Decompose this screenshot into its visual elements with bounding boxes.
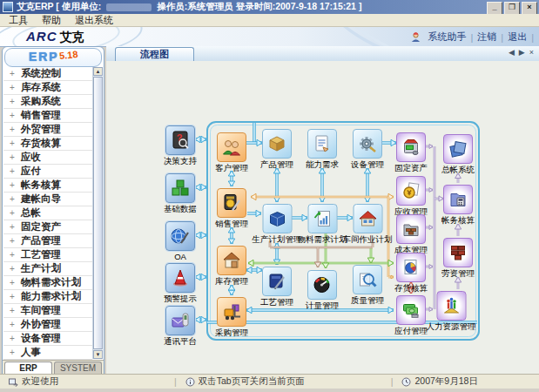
- banner-links: 系统助手|注销|退出|: [410, 30, 534, 44]
- sidebar-item-label: 能力需求计划: [21, 290, 81, 303]
- flow-node-通讯平台[interactable]: 通讯平台: [164, 306, 197, 348]
- globe-icon: [170, 226, 191, 247]
- expand-plus-icon[interactable]: +: [3, 278, 21, 287]
- flow-node-物料需求计划[interactable]: 物料需求计划: [298, 204, 347, 246]
- scroll-down-icon[interactable]: ▼: [93, 350, 103, 359]
- expand-plus-icon[interactable]: +: [3, 125, 21, 134]
- sidebar-item-固定资产[interactable]: +固定资产: [3, 220, 92, 234]
- flow-node-车间作业计划[interactable]: 车间作业计划: [343, 204, 393, 246]
- flow-node-固定资产[interactable]: 固定资产: [394, 132, 428, 174]
- sidebar-tab-SYSTEM[interactable]: SYSTEM: [54, 362, 102, 374]
- sidebar-item-建帐向导[interactable]: +建帐向导: [3, 193, 92, 206]
- sidebar-item-系统控制[interactable]: +系统控制: [3, 67, 92, 81]
- expand-plus-icon[interactable]: +: [3, 250, 21, 260]
- sidebar-item-物料需求计划[interactable]: +物料需求计划: [3, 276, 92, 290]
- banner-link-系统助手[interactable]: 系统助手: [428, 30, 466, 44]
- flow-node-销售管理[interactable]: 销售管理: [215, 188, 248, 230]
- restore-button[interactable]: ❐: [504, 2, 520, 15]
- menu-item-工具[interactable]: 工具: [9, 14, 28, 27]
- banner-link-退出[interactable]: 退出: [508, 30, 527, 44]
- flow-node-设备管理[interactable]: 设备管理: [351, 129, 384, 171]
- flow-node-产品管理[interactable]: 产品管理: [260, 129, 293, 171]
- flow-node-成本管理[interactable]: 成本管理: [394, 214, 428, 256]
- expand-plus-icon[interactable]: +: [3, 236, 21, 246]
- flow-node-劳资管理[interactable]: 劳资管理: [441, 238, 475, 280]
- flow-node-预警提示[interactable]: 预警提示: [164, 263, 197, 305]
- menu-item-退出系统[interactable]: 退出系统: [75, 14, 113, 27]
- expand-plus-icon[interactable]: +: [3, 111, 21, 120]
- scroll-up-icon[interactable]: ▲: [93, 67, 103, 76]
- mrp-icon: [312, 208, 333, 229]
- flow-node-总帐系统[interactable]: 总帐系统: [441, 134, 475, 176]
- close-button[interactable]: ×: [522, 2, 537, 15]
- flow-node-采购管理[interactable]: 采购管理: [215, 297, 248, 339]
- expand-plus-icon[interactable]: +: [3, 97, 21, 106]
- flow-node-客户管理[interactable]: 客户管理: [215, 132, 248, 174]
- expand-plus-icon[interactable]: +: [3, 69, 21, 78]
- expand-plus-icon[interactable]: +: [3, 320, 21, 329]
- quality-icon: [357, 269, 378, 290]
- minimize-button[interactable]: _: [487, 2, 502, 15]
- expand-plus-icon[interactable]: +: [3, 306, 21, 315]
- sidebar-item-总帐[interactable]: +总帐: [3, 206, 92, 220]
- sidebar-item-车间管理[interactable]: +车间管理: [3, 304, 92, 318]
- expand-plus-icon[interactable]: +: [3, 152, 21, 162]
- sidebar-item-帐务核算[interactable]: +帐务核算: [3, 179, 92, 193]
- flow-node-label: OA: [165, 252, 195, 261]
- expand-plus-icon[interactable]: +: [3, 83, 21, 92]
- tab-flowchart[interactable]: 流程图: [115, 47, 194, 61]
- tab-scroll-left-icon[interactable]: ◀: [509, 48, 515, 57]
- sidebar-item-label: 库存系统: [21, 81, 61, 94]
- expand-plus-icon[interactable]: +: [3, 264, 21, 274]
- expand-plus-icon[interactable]: +: [3, 292, 21, 301]
- erp-version: 5.18: [58, 46, 78, 64]
- flow-node-库存管理[interactable]: 库存管理: [215, 246, 248, 287]
- flow-node-计量管理[interactable]: 计量管理: [306, 270, 339, 312]
- flow-node-OA[interactable]: OA: [165, 221, 195, 261]
- expand-plus-icon[interactable]: +: [3, 166, 21, 176]
- menu-item-帮助[interactable]: 帮助: [42, 14, 61, 27]
- sidebar-item-设备管理[interactable]: +设备管理: [3, 332, 92, 346]
- flow-node-基础数据[interactable]: 基础数据: [164, 173, 197, 215]
- sidebar-item-应收[interactable]: +应收: [3, 151, 92, 165]
- expand-plus-icon[interactable]: +: [3, 348, 21, 357]
- expand-plus-icon[interactable]: +: [3, 180, 21, 190]
- sidebar-item-能力需求计划[interactable]: +能力需求计划: [3, 290, 92, 304]
- sidebar-item-生产计划[interactable]: +生产计划: [3, 262, 92, 276]
- flow-node-生产计划管理[interactable]: 生产计划管理: [253, 204, 302, 246]
- flow-node-质量管理[interactable]: 质量管理: [351, 265, 384, 307]
- tab-bar: 流程图 ◀▶×: [106, 46, 539, 62]
- flow-node-应付管理[interactable]: 应付管理: [394, 295, 428, 337]
- sidebar-item-销售管理[interactable]: +销售管理: [3, 109, 92, 123]
- sidebar-tab-ERP[interactable]: ERP: [4, 362, 52, 374]
- expand-plus-icon[interactable]: +: [3, 334, 21, 343]
- sidebar-item-应付[interactable]: +应付: [3, 165, 92, 179]
- banner-link-注销[interactable]: 注销: [477, 30, 496, 44]
- expand-plus-icon[interactable]: +: [3, 208, 21, 218]
- sidebar-item-产品管理[interactable]: +产品管理: [3, 234, 92, 248]
- expand-plus-icon[interactable]: +: [3, 222, 21, 232]
- sidebar-item-外协管理[interactable]: +外协管理: [3, 318, 92, 332]
- flow-node-决策支持[interactable]: ?决策支持: [164, 125, 197, 167]
- flow-node-能力需求[interactable]: 能力需求: [306, 129, 339, 171]
- expand-plus-icon[interactable]: +: [3, 139, 21, 148]
- sidebar-item-库存系统[interactable]: +库存系统: [3, 81, 92, 95]
- expand-plus-icon[interactable]: +: [3, 194, 21, 204]
- tab-close-tab-icon[interactable]: ×: [529, 48, 534, 57]
- scrollbar-thumb[interactable]: [93, 77, 103, 349]
- sidebar-item-工艺管理[interactable]: +工艺管理: [3, 248, 92, 262]
- sidebar-item-人事[interactable]: +人事: [3, 346, 92, 360]
- sidebar-item-外贸管理[interactable]: +外贸管理: [3, 123, 92, 137]
- flow-node-存货核算[interactable]: 存货核算: [394, 253, 428, 294]
- flow-node-工艺管理[interactable]: 工艺管理: [260, 267, 293, 308]
- flow-node-label: 应付管理: [394, 326, 428, 337]
- tab-scroll-right-icon[interactable]: ▶: [519, 48, 525, 57]
- sidebar-item-label: 采购系统: [21, 95, 61, 108]
- flow-node-应收管理[interactable]: 应收管理: [394, 176, 428, 218]
- sidebar-item-存货核算[interactable]: +存货核算: [3, 137, 92, 151]
- flow-node-label: 人力资源管理: [427, 321, 476, 333]
- flow-node-人力资源管理[interactable]: 人力资源管理: [427, 291, 476, 333]
- flow-node-帐务核算[interactable]: 帐务核算: [441, 185, 475, 226]
- sidebar-scrollbar[interactable]: ▲ ▼: [92, 67, 103, 359]
- sidebar-item-采购系统[interactable]: +采购系统: [3, 95, 92, 109]
